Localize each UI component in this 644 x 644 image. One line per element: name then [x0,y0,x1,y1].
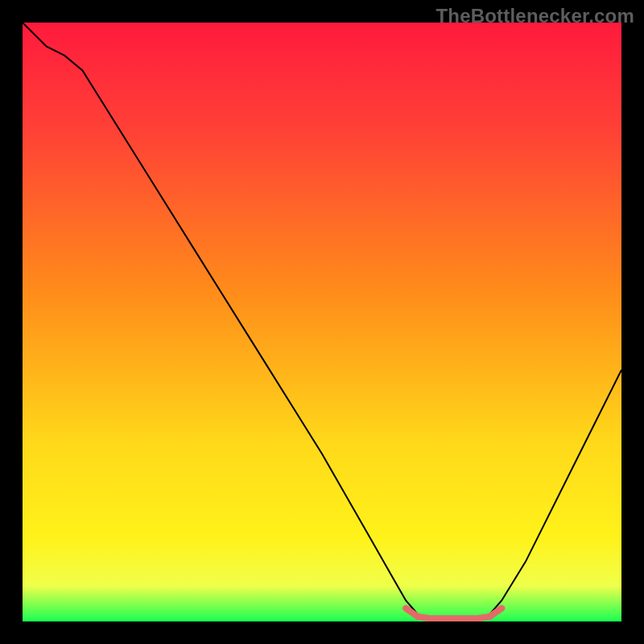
chart-background-gradient [23,23,621,621]
chart-plot-area [23,23,621,621]
chart-svg [23,23,621,621]
watermark-text: TheBottlenecker.com [436,5,634,27]
